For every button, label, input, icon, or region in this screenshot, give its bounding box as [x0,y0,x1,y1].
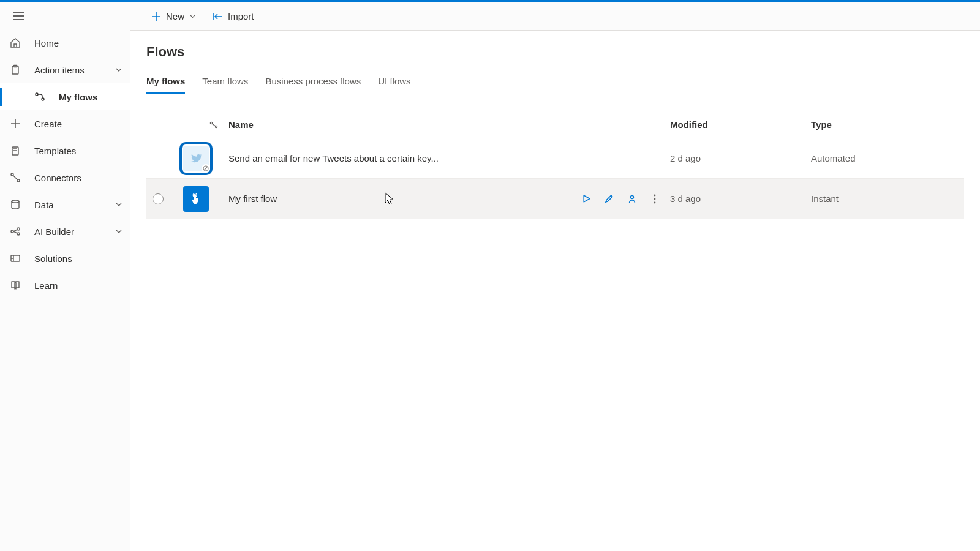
new-button[interactable]: New [145,7,202,26]
sidebar-item-label: Connectors [34,173,123,183]
table-header-row: Name Modified Type [146,111,964,138]
svg-point-13 [215,126,217,127]
svg-point-18 [654,198,656,200]
hamburger-menu-button[interactable] [10,7,27,24]
flow-type: Automated [811,153,964,163]
more-vertical-icon [650,194,659,204]
sidebar-item-label: Learn [34,280,123,291]
sidebar-item-label: Data [34,200,115,210]
tab-ui-flows[interactable]: UI flows [378,71,410,94]
chevron-down-icon [115,66,123,73]
tab-team-flows[interactable]: Team flows [202,71,248,94]
sidebar-item-my-flows[interactable]: My flows [0,83,130,110]
tab-business-process-flows[interactable]: Business process flows [265,71,361,94]
svg-point-17 [654,194,656,196]
twitter-icon [189,152,203,165]
svg-point-9 [17,228,20,230]
import-button-label: Import [228,11,254,21]
share-button[interactable] [627,194,637,204]
flow-modified: 2 d ago [670,153,811,163]
column-header-name[interactable]: Name [222,119,670,130]
command-bar: New Import [130,2,980,31]
chevron-down-icon [115,228,123,235]
import-icon [212,12,223,21]
column-header-type[interactable]: Type [811,119,964,130]
svg-point-19 [654,201,656,203]
sidebar-item-connectors[interactable]: Connectors [0,164,130,191]
flow-tile-twitter [183,146,209,171]
sidebar-item-solutions[interactable]: Solutions [0,245,130,272]
hamburger-icon [13,12,24,20]
table-row[interactable]: My first flow [146,179,964,219]
sidebar-item-data[interactable]: Data [0,191,130,218]
svg-point-8 [11,230,13,233]
table-row[interactable]: Send an email for new Tweets about a cer… [146,138,964,179]
flow-name[interactable]: My first flow [228,193,277,204]
flow-modified: 3 d ago [670,193,811,204]
new-button-label: New [166,11,184,21]
plus-icon [10,118,27,129]
clipboard-icon [10,64,27,75]
sidebar-item-learn[interactable]: Learn [0,272,130,299]
plus-icon [151,12,161,21]
row-select-radio[interactable] [153,193,164,204]
connectors-icon [10,172,27,183]
touch-icon [189,192,203,206]
run-button[interactable] [582,194,591,203]
flow-type: Instant [811,193,964,204]
column-header-modified[interactable]: Modified [670,119,811,130]
sidebar-item-home[interactable]: Home [0,29,130,56]
svg-point-10 [17,233,20,235]
svg-point-5 [11,173,13,176]
svg-point-2 [36,93,38,96]
share-person-icon [627,194,637,204]
flow-name[interactable]: Send an email for new Tweets about a cer… [228,153,439,163]
sort-icon[interactable] [209,120,219,130]
tab-my-flows[interactable]: My flows [146,71,185,94]
flow-icon [34,91,51,102]
flow-tile-button [183,186,209,212]
svg-point-12 [210,122,212,124]
chevron-down-icon [115,201,123,208]
sidebar: Home Action items My flows [0,2,130,551]
disabled-badge-icon [202,164,210,173]
svg-point-7 [12,200,19,203]
solutions-icon [10,253,27,264]
flows-table: Name Modified Type [146,111,964,219]
sidebar-item-action-items[interactable]: Action items [0,56,130,83]
import-button[interactable]: Import [206,7,260,26]
templates-icon [10,145,27,156]
tabs: My flows Team flows Business process flo… [146,71,964,94]
row-actions [582,194,659,204]
sidebar-item-label: Home [34,38,123,48]
learn-icon [10,280,27,291]
chevron-down-icon [189,13,196,20]
sidebar-item-label: Create [34,119,123,129]
more-button[interactable] [650,194,659,204]
sidebar-item-create[interactable]: Create [0,110,130,137]
sidebar-item-label: Templates [34,146,123,156]
pencil-icon [605,194,614,203]
home-icon [10,37,27,48]
svg-point-16 [631,195,634,198]
svg-point-6 [17,179,20,182]
sidebar-item-templates[interactable]: Templates [0,137,130,164]
ai-builder-icon [10,226,27,237]
sidebar-item-ai-builder[interactable]: AI Builder [0,218,130,245]
page-title: Flows [146,44,964,60]
svg-point-3 [42,98,44,100]
sidebar-item-label: Action items [34,65,115,75]
play-icon [582,194,591,203]
sidebar-item-label: Solutions [34,253,123,264]
data-icon [10,199,27,210]
main-content: New Import Flows My flows Team flows [130,2,980,551]
edit-button[interactable] [605,194,614,203]
sidebar-item-label: My flows [59,92,123,102]
sidebar-item-label: AI Builder [34,227,115,237]
